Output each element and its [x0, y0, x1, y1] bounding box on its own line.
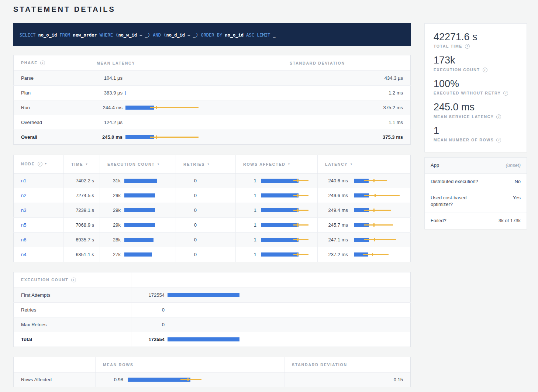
bar-value: 237.2 ms — [325, 252, 348, 257]
node-cell: n6 — [14, 233, 64, 247]
bar-value: 383.9 µs — [97, 90, 123, 96]
rows-affected-column-header[interactable]: ROWS AFFECTED▼ — [236, 155, 318, 173]
node-link[interactable]: n1 — [21, 178, 26, 183]
bar-track — [124, 208, 168, 212]
execution-count-value-cell: 0 — [131, 303, 411, 317]
bar-track — [124, 238, 168, 242]
info-icon[interactable]: i — [465, 44, 470, 49]
sql-statement-text: SELECT no_o_id FROM new_order WHERE (no_… — [20, 32, 276, 38]
latency-cell: 245.7 ms — [318, 218, 411, 233]
bar-chart: 172554 — [139, 292, 403, 298]
bar-chart: 172554 — [139, 337, 403, 342]
mean-number-of-rows-label: MEAN NUMBER OF ROWSi — [434, 138, 518, 142]
rows-table: MEAN ROWS STANDARD DEVIATION Rows Affect… — [13, 357, 411, 387]
retries-cell: 0 — [176, 203, 236, 218]
executed-without-retry-label: EXECUTED WITHOUT RETRYi — [434, 91, 518, 96]
info-icon[interactable]: i — [483, 68, 487, 72]
sql-token: ORDER BY — [201, 32, 222, 38]
stddev-tick — [297, 253, 298, 256]
retries-column-header[interactable]: RETRIES▼ — [176, 155, 236, 173]
execution-count-value-cell: 172554 — [131, 332, 411, 347]
stddev-cell: 375.3 ms — [282, 130, 411, 145]
node-table-row: n57068.9 s29k01245.7 ms — [14, 218, 411, 233]
stat-item: 42271.6 s TOTAL TIMEi — [434, 31, 518, 49]
mean-rows-column-header: MEAN ROWS — [96, 357, 284, 372]
execution-count-column-header[interactable]: EXECUTION COUNT▼ — [100, 155, 176, 173]
stddev-line — [293, 254, 308, 255]
info-icon[interactable]: i — [38, 162, 42, 166]
node-link[interactable]: n3 — [21, 207, 26, 213]
mean-rows-cell: 0.98 — [96, 372, 284, 387]
bar-chart: 245.0 ms — [97, 134, 275, 140]
sql-token: ( — [161, 32, 166, 38]
stat-item: 173k EXECUTION COUNTi — [434, 54, 518, 72]
stat-item: 1 MEAN NUMBER OF ROWSi — [434, 125, 518, 142]
bar-chart: 1 — [243, 252, 310, 257]
mean-bar — [125, 135, 154, 139]
cell-value: 7402.2 s — [71, 178, 94, 183]
sql-token: ( — [113, 32, 118, 38]
stddev-tick — [297, 194, 298, 197]
detail-value: Yes — [491, 190, 527, 213]
latency-column-header[interactable]: LATENCY▼ — [318, 155, 411, 173]
standard-deviation-column-header: STANDARD DEVIATION — [282, 55, 411, 71]
node-link[interactable]: n6 — [21, 237, 26, 243]
bar-track — [124, 193, 168, 197]
bar-value: 172554 — [139, 292, 165, 298]
stddev-line — [293, 180, 308, 181]
bar-value: 104.1 µs — [97, 75, 123, 81]
node-cell: n2 — [14, 188, 64, 203]
rows-affected-cell: 1 — [236, 247, 318, 262]
execution-count-row: First Attempts172554 — [14, 288, 411, 303]
cell-value: 0 — [183, 178, 197, 183]
bar-chart: 0 — [139, 322, 403, 327]
node-table-body: n17402.2 s31k01240.6 msn27274.5 s29k0124… — [14, 173, 411, 262]
info-icon[interactable]: i — [71, 278, 76, 282]
node-table-row: n37239.1 s29k01249.4 ms — [14, 203, 411, 218]
detail-value: No — [491, 174, 527, 190]
bar-value: 1 — [243, 207, 256, 213]
stddev-tick — [297, 238, 298, 241]
mean-bar — [124, 193, 155, 197]
time-cell: 7274.5 s — [64, 188, 100, 203]
mean-bar — [124, 223, 155, 227]
time-column-header[interactable]: TIME▼ — [64, 155, 100, 173]
info-icon[interactable]: i — [496, 138, 501, 142]
standard-deviation-column-header: STANDARD DEVIATION — [284, 357, 411, 372]
stddev-tick — [374, 238, 375, 241]
retries-cell: 0 — [176, 247, 236, 262]
info-icon[interactable]: i — [503, 91, 508, 96]
node-table-row: n66935.7 s28k01247.1 ms — [14, 233, 411, 247]
node-link[interactable]: n2 — [21, 193, 26, 198]
main-column: SELECT no_o_id FROM new_order WHERE (no_… — [13, 23, 411, 387]
execution-count-cell: 27k — [100, 247, 176, 262]
sql-statement-box: SELECT no_o_id FROM new_order WHERE (no_… — [13, 23, 411, 46]
bar-track — [125, 120, 275, 124]
bar-chart: 240.6 ms — [325, 178, 403, 183]
bar-track — [125, 106, 275, 110]
phase-table-row: Overhead124.2 µs1.1 ms — [14, 115, 411, 130]
bar-value: 29k — [107, 193, 121, 198]
node-link[interactable]: n5 — [21, 222, 26, 228]
info-icon[interactable]: i — [496, 114, 501, 119]
time-cell: 7402.2 s — [64, 173, 100, 188]
node-table-row: n27274.5 s29k01249.6 ms — [14, 188, 411, 203]
page-title: STATEMENT DETAILS — [13, 5, 527, 14]
node-cell: n4 — [14, 247, 64, 262]
stddev-line — [364, 224, 393, 226]
bar-chart: 29k — [107, 193, 168, 198]
bar-chart: 237.2 ms — [325, 252, 403, 257]
sql-token: no_w_id — [118, 32, 137, 38]
bar-track — [261, 223, 310, 227]
bar-value: 244.4 ms — [97, 105, 123, 110]
node-cell: n3 — [14, 203, 64, 218]
rows-affected-cell: 1 — [236, 203, 318, 218]
bar-value: 124.2 µs — [97, 120, 123, 125]
phase-column-header: PHASEi — [14, 55, 89, 71]
bar-value: 0.98 — [103, 377, 123, 382]
node-column-header[interactable]: NODEi▼ — [14, 155, 64, 173]
execution-count-label: Max Retries — [14, 317, 131, 332]
info-icon[interactable]: i — [40, 61, 45, 65]
node-link[interactable]: n4 — [21, 252, 26, 257]
execution-count-label: First Attempts — [14, 288, 131, 303]
